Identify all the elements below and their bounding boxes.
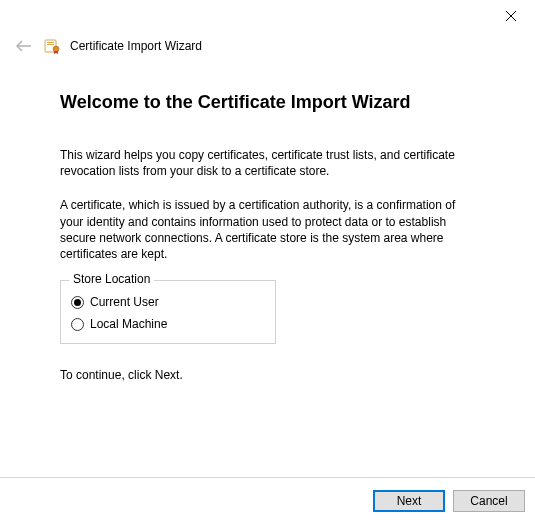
welcome-heading: Welcome to the Certificate Import Wizard bbox=[60, 92, 479, 113]
close-button[interactable] bbox=[497, 6, 525, 26]
store-location-group: Store Location Current User Local Machin… bbox=[60, 280, 276, 344]
header-row: Certificate Import Wizard bbox=[0, 30, 535, 56]
back-button[interactable] bbox=[14, 36, 34, 56]
titlebar bbox=[0, 0, 535, 30]
certificate-icon bbox=[44, 38, 60, 54]
cancel-button[interactable]: Cancel bbox=[453, 490, 525, 512]
back-arrow-icon bbox=[16, 39, 32, 53]
next-button[interactable]: Next bbox=[373, 490, 445, 512]
continue-text: To continue, click Next. bbox=[60, 368, 479, 382]
radio-icon bbox=[71, 296, 84, 309]
button-bar: Next Cancel bbox=[0, 477, 535, 523]
wizard-title: Certificate Import Wizard bbox=[70, 39, 202, 53]
radio-local-machine[interactable]: Local Machine bbox=[71, 317, 265, 331]
radio-label-current-user: Current User bbox=[90, 295, 159, 309]
close-icon bbox=[506, 11, 516, 21]
intro-paragraph-2: A certificate, which is issued by a cert… bbox=[60, 197, 479, 262]
svg-rect-4 bbox=[47, 42, 54, 43]
store-location-legend: Store Location bbox=[69, 272, 154, 286]
radio-current-user[interactable]: Current User bbox=[71, 295, 265, 309]
intro-paragraph-1: This wizard helps you copy certificates,… bbox=[60, 147, 479, 179]
radio-icon bbox=[71, 318, 84, 331]
svg-rect-5 bbox=[47, 44, 54, 45]
radio-label-local-machine: Local Machine bbox=[90, 317, 167, 331]
content-area: Welcome to the Certificate Import Wizard… bbox=[0, 56, 535, 382]
